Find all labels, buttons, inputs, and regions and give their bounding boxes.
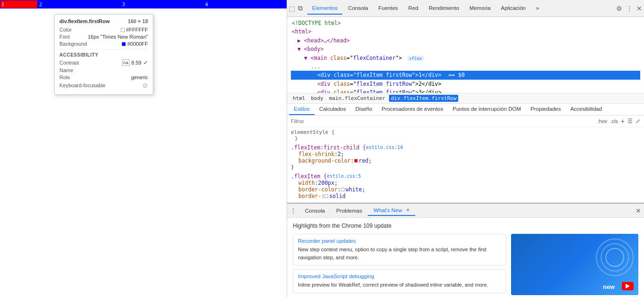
width-prop[interactable]: width (298, 180, 315, 186)
css-selector-line-2: .flexItem { estilo.css:5 (291, 173, 640, 180)
tab-rendimiento[interactable]: Rendimiento (424, 2, 464, 15)
css-prop-border: border- : solid (291, 193, 640, 199)
tab-accesibilidad[interactable]: Accesibilidad (566, 104, 607, 115)
update-card-1-title[interactable]: Recorder panel updates (298, 238, 501, 244)
flex-bar-1-label: 1 (1, 1, 4, 8)
contrast-value: Aa 8.59 ✓ (122, 59, 148, 66)
tab-red[interactable]: Red (404, 2, 423, 15)
settings-icon[interactable]: ⚙ (616, 5, 622, 12)
whats-new-title: Highlights from the Chrome 109 update (293, 223, 638, 229)
color-swatch-blue (122, 42, 126, 46)
tab-whats-new[interactable]: What's New ✕ (368, 206, 415, 216)
colon-3: : (315, 180, 318, 186)
div3-open: <div (317, 89, 334, 92)
breadcrumb-html[interactable]: html (291, 95, 307, 102)
div1-equals: == $0 (448, 72, 465, 78)
tree-div-3[interactable]: <div class="flexItem firstRow">3</div> (291, 88, 640, 92)
devtools-inspect-icon[interactable]: ⧉ (298, 4, 303, 12)
tooltip-divider (59, 49, 148, 50)
hov-button[interactable]: :hov (598, 118, 608, 124)
tree-body[interactable]: ▼ <body> (291, 45, 640, 53)
border-prop[interactable]: border- (298, 193, 321, 199)
tab-calculados[interactable]: Calculados (314, 104, 351, 115)
tab-procesadores[interactable]: Procesadores de eventos (377, 104, 448, 115)
close-devtools-icon[interactable]: ✕ (636, 5, 642, 12)
update-card-list: Recorder panel updates New step context … (293, 234, 506, 295)
youtube-play-button[interactable] (622, 282, 634, 290)
whats-new-tab-close[interactable]: ✕ (406, 207, 410, 213)
main-open-tag: ▼ <main (304, 55, 330, 61)
border-color-val: white; (346, 186, 365, 193)
tab-diseno[interactable]: Diseño (351, 104, 377, 115)
console-tab-dots[interactable]: ⋮ (290, 207, 297, 214)
css-rule-flexitem: .flexItem { estilo.css:5 width : 200px; … (291, 173, 640, 199)
circle-pattern-inner (601, 243, 629, 272)
keyboard-icon: ⊘ (142, 82, 148, 89)
white-swatch (341, 188, 345, 191)
tab-fuentes[interactable]: Fuentes (374, 2, 403, 15)
style-list-icon[interactable]: ☰ (627, 118, 633, 124)
flex-bar-2: 2 (38, 0, 121, 8)
breadcrumb-div[interactable]: div.flexItem.firstRow (389, 95, 458, 102)
name-row: Name (59, 67, 148, 73)
tooltip-element-name: div.flexItem.firstRow (59, 18, 110, 24)
css-selector-2[interactable]: .flexItem { (291, 173, 327, 180)
flex-bar-3-label: 3 (122, 1, 125, 8)
css-rules-panel: elementStyle { } .flexItem:first-child {… (287, 127, 644, 203)
css-file-2[interactable]: estilo.css:5 (327, 173, 361, 179)
flex-shrink-prop[interactable]: flex-shrink (298, 151, 334, 157)
add-style-icon[interactable]: + (621, 117, 625, 125)
update-card-1: Recorder panel updates New step context … (293, 234, 506, 265)
tooltip-color-row: Color #FFFFFF (59, 27, 148, 33)
update-card-2-title[interactable]: Improved JavaScript debugging (298, 273, 501, 279)
tab-elementos[interactable]: Elementos (307, 2, 342, 15)
element-style-label: elementStyle { (291, 129, 640, 135)
tree-main[interactable]: ▼ <main class="flexContainer"> +flex (291, 54, 640, 62)
tab-breakpoints[interactable]: Puntos de interrupción DOM (448, 104, 526, 115)
tab-consola[interactable]: Consola (343, 2, 372, 15)
color-hex: #FFFFFF (126, 27, 148, 33)
colon-1: : (334, 151, 338, 157)
css-rule-first-child: .flexItem:first-child { estilo.css:14 fl… (291, 144, 640, 170)
breadcrumb-body[interactable]: body (309, 95, 326, 102)
tab-consola-bottom[interactable]: Consola (299, 206, 330, 215)
update-card-2: Improved JavaScript debugging Inline pre… (293, 269, 506, 293)
bottom-panel: ⋮ Consola Problemas What's New ✕ ✕ Highl… (287, 203, 644, 297)
css-prop-flexshrink: flex-shrink : 2; (291, 151, 640, 157)
div1-val: flexItem firstRow (356, 72, 412, 78)
flex-bar-2-label: 2 (39, 1, 42, 8)
border-color-prop[interactable]: border-color (298, 186, 338, 193)
bottom-panel-close[interactable]: ✕ (636, 207, 641, 214)
tab-more[interactable]: » (531, 2, 544, 15)
tree-div-1[interactable]: <div class="flexItem firstRow">1</div> =… (291, 71, 640, 79)
red-swatch (354, 159, 358, 163)
div3-val: flexItem firstRow (356, 89, 412, 92)
tab-estilos[interactable]: Estilos (289, 104, 314, 115)
dots-text: ... (311, 63, 321, 70)
tab-problemas[interactable]: Problemas (330, 206, 368, 215)
tab-memoria[interactable]: Memoria (465, 2, 495, 15)
main-attr: class (330, 55, 347, 61)
css-file-1[interactable]: estilo.css:14 (366, 145, 403, 150)
color-value: #FFFFFF (121, 27, 148, 33)
contrast-check-icon: ✓ (143, 59, 148, 66)
bg-color-prop[interactable]: background-color (298, 157, 351, 164)
flex-badge: +flex (407, 56, 424, 61)
role-value: generic (131, 74, 148, 80)
expand-icon[interactable]: ⤢ (636, 118, 640, 124)
circle-pattern-innermost (605, 248, 624, 267)
update-video-thumbnail[interactable]: new (511, 234, 638, 295)
tab-propiedades[interactable]: Propiedades (526, 104, 566, 115)
tooltip-background-row: Background #0000FF (59, 41, 148, 47)
css-selector-1[interactable]: .flexItem:first-child { (291, 144, 366, 151)
tree-head[interactable]: ▶ <head>…</head> (291, 36, 640, 45)
cls-button[interactable]: .cls (610, 118, 618, 124)
contrast-number: 8.59 (132, 60, 141, 66)
tree-div-2[interactable]: <div class="flexItem firstRow">2</div> (291, 80, 640, 88)
menu-icon[interactable]: ⋮ (626, 5, 633, 12)
tab-aplicacion[interactable]: Aplicación (496, 2, 530, 15)
breadcrumb-main[interactable]: main.flexContainer (327, 95, 387, 102)
background-label: Background (59, 41, 87, 47)
devtools-cursor-icon[interactable]: ⬚ (289, 5, 295, 12)
style-filter-input[interactable] (291, 118, 595, 124)
